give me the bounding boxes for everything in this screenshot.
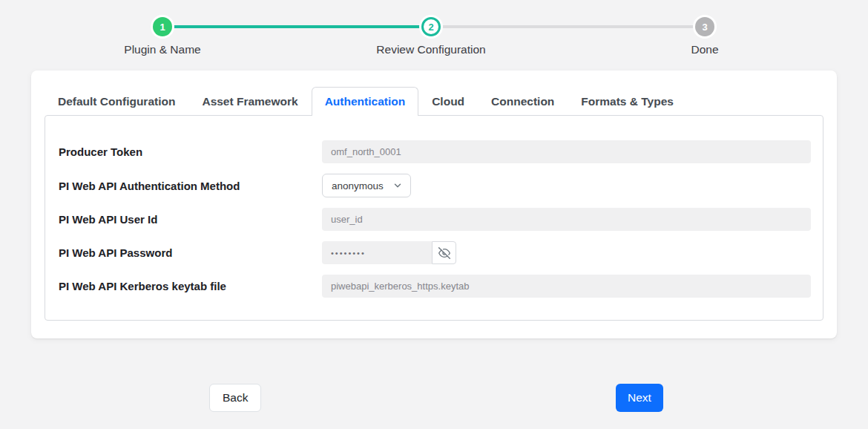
wizard-stepper: 1 Plugin & Name 2 Review Configuration 3…: [0, 0, 868, 71]
step-1-indicator: 1: [153, 17, 172, 36]
tab-default-configuration[interactable]: Default Configuration: [45, 87, 188, 116]
tab-bar: Default Configuration Asset Framework Au…: [45, 87, 823, 115]
kerberos-keytab-input[interactable]: [322, 275, 811, 298]
producer-token-input[interactable]: [322, 140, 811, 163]
chevron-down-icon: [392, 180, 403, 191]
step-1-label: Plugin & Name: [124, 43, 200, 56]
tab-authentication[interactable]: Authentication: [312, 87, 419, 116]
next-button[interactable]: Next: [616, 384, 663, 412]
step-3-label: Done: [691, 43, 718, 56]
tab-formats-types[interactable]: Formats & Types: [568, 87, 687, 116]
form-row-password: PI Web API Password: [59, 241, 811, 264]
password-label: PI Web API Password: [59, 246, 322, 259]
user-id-input[interactable]: [322, 208, 811, 231]
producer-token-label: Producer Token: [59, 145, 322, 158]
auth-method-selected-value: anonymous: [332, 180, 384, 191]
form-row-user-id: PI Web API User Id: [59, 208, 811, 231]
password-input[interactable]: [322, 241, 432, 264]
password-group: [322, 241, 456, 264]
tab-connection[interactable]: Connection: [478, 87, 568, 116]
tab-cloud[interactable]: Cloud: [418, 87, 478, 116]
form-row-kerberos-keytab: PI Web API Kerberos keytab file: [59, 275, 811, 298]
eye-off-icon: [438, 247, 450, 259]
form-row-auth-method: PI Web API Authentication Method anonymo…: [59, 174, 811, 197]
stepper-connector-complete: [162, 25, 431, 28]
kerberos-keytab-label: PI Web API Kerberos keytab file: [59, 280, 322, 292]
wizard-footer: Back Next: [0, 384, 868, 429]
user-id-label: PI Web API User Id: [59, 213, 322, 226]
tab-panel-authentication: Producer Token PI Web API Authentication…: [45, 115, 823, 321]
step-3-indicator: 3: [695, 17, 714, 36]
stepper-connector-pending: [431, 25, 705, 28]
configuration-card: Default Configuration Asset Framework Au…: [31, 71, 837, 338]
back-button[interactable]: Back: [209, 384, 261, 412]
form-row-producer-token: Producer Token: [59, 140, 811, 163]
auth-method-select[interactable]: anonymous: [322, 174, 411, 197]
auth-method-label: PI Web API Authentication Method: [59, 180, 322, 192]
tab-asset-framework[interactable]: Asset Framework: [188, 87, 311, 116]
password-visibility-button[interactable]: [432, 241, 456, 264]
step-2-indicator: 2: [421, 17, 441, 36]
step-2-label: Review Configuration: [376, 43, 485, 56]
